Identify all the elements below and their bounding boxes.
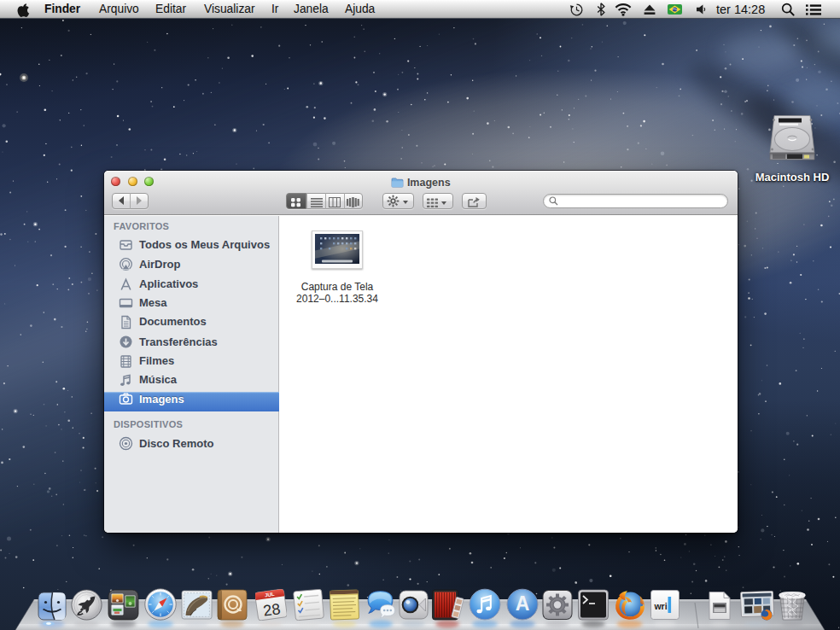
- svg-text:28: 28: [262, 600, 282, 620]
- svg-text:A: A: [516, 592, 530, 615]
- svg-text:wri: wri: [653, 601, 667, 611]
